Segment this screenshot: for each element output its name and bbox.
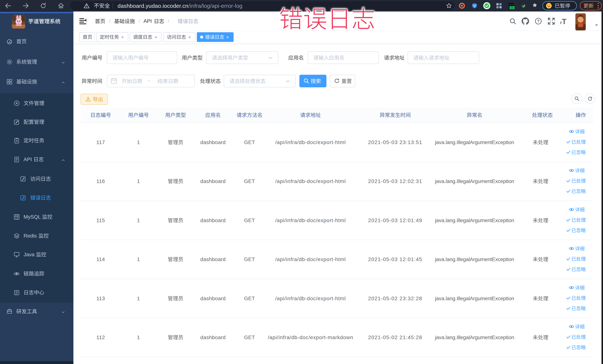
svg-text:on: on [511, 7, 513, 9]
svg-text:?: ? [537, 19, 539, 23]
